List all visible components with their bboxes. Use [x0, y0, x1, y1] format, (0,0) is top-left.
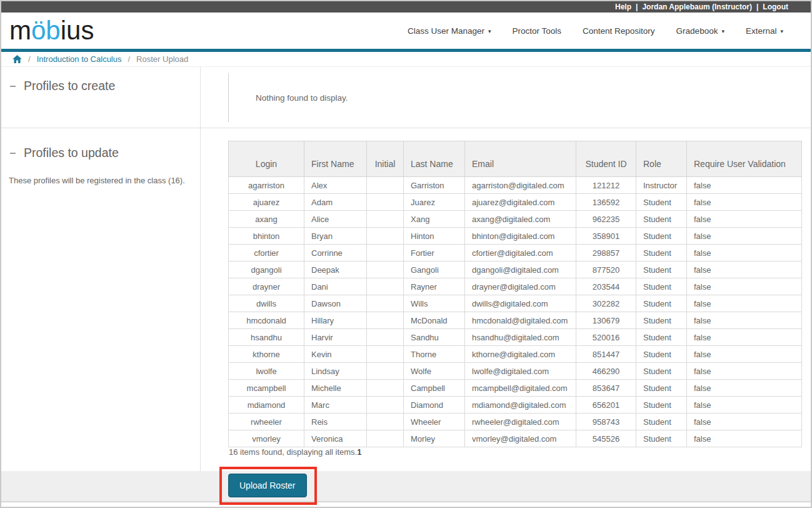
column-header-email: Email: [465, 141, 576, 177]
cell-student_id: 298857: [576, 245, 636, 262]
cell-student_id: 656201: [576, 397, 636, 414]
cell-role: Student: [636, 329, 687, 346]
cell-require_user_validation: false: [687, 295, 802, 312]
cell-role: Student: [636, 430, 687, 447]
cell-initial: [367, 363, 404, 380]
nav-gradebook[interactable]: Gradebook ▾: [676, 26, 724, 36]
cell-login: dwills: [229, 295, 304, 312]
cell-last_name: Diamond: [404, 397, 465, 414]
sidebar-divider: [200, 67, 201, 471]
cell-last_name: Wheeler: [404, 414, 465, 430]
cell-email: mdiamond@digitaled.com: [465, 397, 576, 414]
upload-roster-button[interactable]: Upload Roster: [228, 474, 307, 497]
column-header-require_user_validation: Require User Validation: [687, 141, 802, 177]
cell-first_name: Adam: [304, 194, 367, 211]
cell-last_name: Fortier: [404, 245, 465, 262]
roster-table-body: agarristonAlexGarristonagarriston@digita…: [229, 177, 802, 447]
cell-email: dwills@digitaled.com: [465, 295, 576, 312]
cell-last_name: Xang: [404, 211, 465, 228]
mobius-logo[interactable]: möbius: [9, 14, 94, 48]
section-description: These profiles will be registered in the…: [9, 176, 185, 185]
minus-icon[interactable]: [10, 86, 16, 87]
cell-last_name: Wolfe: [404, 363, 465, 380]
cell-initial: [367, 194, 404, 211]
help-link[interactable]: Help: [615, 3, 631, 11]
cell-role: Student: [636, 346, 687, 363]
cell-first_name: Alex: [304, 177, 367, 194]
table-row: vmorleyVeronicaMorleyvmorley@digitaled.c…: [229, 430, 802, 447]
main-nav: Class User Manager ▾ Proctor Tools Conte…: [408, 13, 783, 49]
cell-student_id: 545526: [576, 430, 636, 447]
cell-login: agarriston: [229, 177, 304, 194]
cell-login: drayner: [229, 278, 304, 295]
cell-require_user_validation: false: [687, 430, 802, 447]
column-header-role: Role: [636, 141, 687, 177]
cell-initial: [367, 278, 404, 295]
minus-icon[interactable]: [10, 153, 16, 154]
breadcrumb-current: Roster Upload: [136, 54, 188, 64]
nav-label: Proctor Tools: [513, 26, 562, 36]
table-row: dwillsDawsonWillsdwills@digitaled.com302…: [229, 295, 802, 312]
cell-require_user_validation: false: [687, 228, 802, 245]
cell-last_name: Rayner: [404, 278, 465, 295]
section-profiles-to-create[interactable]: Profiles to create: [10, 79, 115, 93]
cell-student_id: 466290: [576, 363, 636, 380]
cell-role: Student: [636, 363, 687, 380]
cell-require_user_validation: false: [687, 363, 802, 380]
cell-role: Student: [636, 278, 687, 295]
logout-link[interactable]: Logout: [763, 3, 788, 11]
cell-require_user_validation: false: [687, 245, 802, 262]
table-row: hsandhuHarvirSandhuhsandhu@digitaled.com…: [229, 329, 802, 346]
cell-email: rwheeler@digitaled.com: [465, 414, 576, 430]
cell-email: agarriston@digitaled.com: [465, 177, 576, 194]
cell-require_user_validation: false: [687, 278, 802, 295]
cell-require_user_validation: false: [687, 177, 802, 194]
topbar-separator: |: [636, 3, 638, 11]
breadcrumb-course-link[interactable]: Introduction to Calculus: [37, 54, 122, 64]
cell-student_id: 877520: [576, 262, 636, 278]
cell-first_name: Dawson: [304, 295, 367, 312]
cell-login: ajuarez: [229, 194, 304, 211]
table-row: axangAliceXangaxang@digitaled.com962235S…: [229, 211, 802, 228]
cell-initial: [367, 177, 404, 194]
cell-initial: [367, 430, 404, 447]
table-row: dgangoliDeepakGangolidgangoli@digitaled.…: [229, 262, 802, 278]
page-number: 1: [357, 447, 361, 457]
cell-first_name: Bryan: [304, 228, 367, 245]
nav-external[interactable]: External ▾: [746, 26, 783, 36]
cell-role: Student: [636, 414, 687, 430]
home-icon[interactable]: [13, 55, 22, 63]
cell-require_user_validation: false: [687, 346, 802, 363]
cell-first_name: Lindsay: [304, 363, 367, 380]
cell-student_id: 136592: [576, 194, 636, 211]
nav-label: Content Repository: [583, 26, 655, 36]
cell-first_name: Hillary: [304, 312, 367, 329]
cell-first_name: Deepak: [304, 262, 367, 278]
nav-class-user-manager[interactable]: Class User Manager ▾: [408, 26, 491, 36]
cell-initial: [367, 312, 404, 329]
cell-require_user_validation: false: [687, 329, 802, 346]
cell-role: Student: [636, 211, 687, 228]
nav-proctor-tools[interactable]: Proctor Tools: [513, 26, 562, 36]
logo-text-accent: öb: [31, 16, 61, 45]
cell-login: axang: [229, 211, 304, 228]
cell-login: cfortier: [229, 245, 304, 262]
cell-role: Student: [636, 380, 687, 397]
cell-email: hsandhu@digitaled.com: [465, 329, 576, 346]
breadcrumb: / Introduction to Calculus / Roster Uplo…: [1, 52, 811, 67]
breadcrumb-separator: /: [28, 54, 31, 64]
cell-student_id: 203544: [576, 278, 636, 295]
table-row: hmcdonaldHillaryMcDonaldhmcdonald@digita…: [229, 312, 802, 329]
cell-email: vmorley@digitaled.com: [465, 430, 576, 447]
nav-label: Class User Manager: [408, 26, 484, 36]
cell-last_name: Garriston: [404, 177, 465, 194]
cell-require_user_validation: false: [687, 194, 802, 211]
cell-require_user_validation: false: [687, 414, 802, 430]
nav-content-repository[interactable]: Content Repository: [583, 26, 655, 36]
section-profiles-to-update[interactable]: Profiles to update: [10, 146, 119, 160]
cell-initial: [367, 346, 404, 363]
cell-last_name: Wills: [404, 295, 465, 312]
logo-text: m: [9, 16, 31, 45]
topbar-separator: |: [756, 3, 758, 11]
cell-last_name: Thorne: [404, 346, 465, 363]
